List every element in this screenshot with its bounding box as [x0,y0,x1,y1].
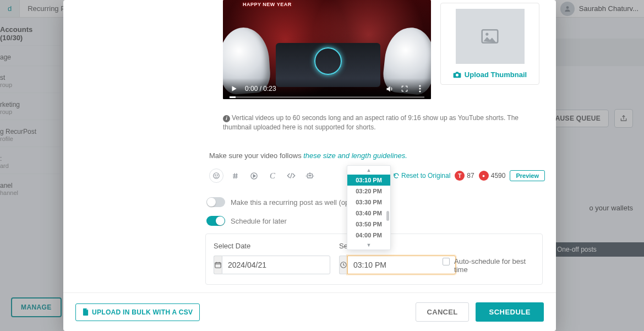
schedule-later-label: Schedule for later [231,217,287,225]
svg-point-9 [217,175,217,175]
dropdown-scrollbar[interactable] [386,211,389,221]
play-circle-icon[interactable] [247,169,261,183]
svg-point-5 [485,33,488,36]
auto-schedule-checkbox[interactable] [443,258,450,265]
reset-to-original[interactable]: Reset to Original [393,172,450,180]
fullscreen-icon[interactable] [400,84,409,93]
svg-point-2 [419,88,421,89]
guidelines-text: Make sure your video follows these size … [209,151,407,160]
cancel-button[interactable]: CANCEL [416,302,470,322]
recurring-toggle-row: Make this a recurring post as well (opti… [206,197,361,207]
upload-csv-button[interactable]: UPLOAD IN BULK WITH A CSV [75,303,200,321]
post-char-count: 4590 [479,171,506,181]
thumbnail-panel: Upload Thumbnail [440,3,539,85]
svg-point-1 [419,85,421,86]
schedule-later-toggle-row: Schedule for later [206,216,287,226]
time-option[interactable]: 03:50 PM [347,219,390,230]
svg-rect-16 [215,263,221,268]
canva-icon[interactable]: C [265,169,280,183]
guidelines-link[interactable]: these size and length guidelines. [303,151,407,160]
recurring-toggle[interactable] [206,197,225,207]
schedule-later-toggle[interactable] [206,216,225,226]
schedule-modal: HAPPY NEW YEAR 0:00 / 0:23 [63,0,556,331]
time-option[interactable]: 03:40 PM [347,208,390,219]
time-option[interactable]: 03:10 PM [347,175,390,186]
video-overlay-text: HAPPY NEW YEAR [243,2,292,8]
svg-rect-11 [307,174,312,178]
time-option[interactable]: 03:20 PM [347,186,390,197]
play-icon[interactable] [230,84,238,93]
time-dropdown[interactable]: ▲ 03:10 PM 03:20 PM 03:30 PM 03:40 PM 03… [347,165,391,250]
code-icon[interactable] [284,169,298,183]
schedule-button[interactable]: SCHEDULE [476,302,544,322]
svg-point-12 [309,175,309,176]
svg-point-6 [456,74,459,77]
more-icon[interactable] [416,84,424,93]
svg-point-13 [310,175,311,176]
info-icon: i [223,115,230,122]
date-input[interactable] [222,256,330,274]
thumbnail-placeholder [456,9,525,64]
svg-point-7 [214,173,220,179]
auto-schedule-label: Auto-schedule for best time [454,257,534,274]
title-char-count: T 87 [455,171,474,181]
time-option[interactable]: 04:00 PM [347,230,390,241]
t-badge-icon: T [455,171,465,181]
info-notice: iVertical videos up to 60 seconds long a… [223,113,540,133]
emoji-icon[interactable] [209,169,223,183]
svg-point-15 [483,175,485,177]
dropdown-up-arrow[interactable]: ▲ [347,166,390,175]
modal-footer: UPLOAD IN BULK WITH A CSV CANCEL SCHEDUL… [63,292,556,331]
camera-icon [453,71,461,78]
video-time: 0:00 / 0:23 [245,85,276,93]
svg-point-3 [419,90,421,92]
clock-icon[interactable] [339,256,347,274]
dropdown-down-arrow[interactable]: ▼ [347,241,390,249]
ai-icon[interactable] [303,169,317,183]
file-icon [83,308,89,316]
recurring-label: Make this a recurring post as well (opti… [231,198,361,207]
svg-point-8 [215,175,216,175]
video-player[interactable]: HAPPY NEW YEAR 0:00 / 0:23 [223,0,431,99]
auto-schedule-option[interactable]: Auto-schedule for best time [443,242,534,274]
p-badge-icon [479,171,489,181]
time-input[interactable] [347,256,456,274]
volume-icon[interactable] [385,84,394,93]
time-option[interactable]: 03:30 PM [347,197,390,208]
preview-button[interactable]: Preview [510,170,545,181]
calendar-icon[interactable] [214,256,222,274]
date-label: Select Date [214,242,329,250]
hashtag-icon[interactable] [228,169,242,183]
video-controls: 0:00 / 0:23 [223,78,431,99]
upload-thumbnail-button[interactable]: Upload Thumbnail [446,70,533,79]
